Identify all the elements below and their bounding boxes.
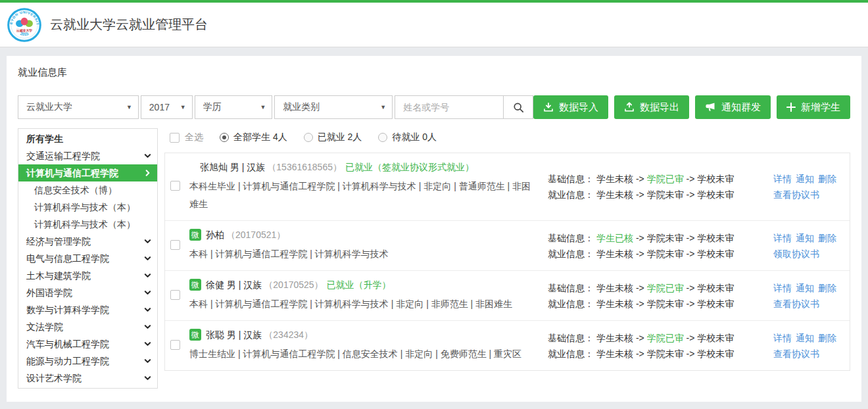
status-step: 学校未审 <box>697 333 734 343</box>
row-checkbox[interactable] <box>170 181 180 191</box>
sidebar-item[interactable]: 交通运输工程学院 <box>18 147 157 164</box>
agreement-link[interactable]: 查看协议书 <box>773 299 819 309</box>
action-link[interactable]: 通知 <box>796 174 814 184</box>
sidebar-item[interactable]: 经济与管理学院 <box>18 233 157 250</box>
status-step: 学生未核 <box>596 283 633 293</box>
main-panel: 就业信息库 云就业大学 ▼ 2017 ▼ 学历 ▼ 就业类别 ▼ <box>7 56 861 402</box>
status-step: 学校未审 <box>697 349 734 359</box>
student-row: 微 孙柏 （20170521） 本科 | 计算机与通信工程学院 | 计算机科学与… <box>165 220 850 270</box>
radio-pending-label: 待就业 0人 <box>392 132 437 143</box>
row-checkbox[interactable] <box>170 240 180 250</box>
action-link[interactable]: 通知 <box>796 283 814 293</box>
action-link[interactable]: 详情 <box>773 333 792 343</box>
sidebar-item[interactable]: 能源与动力工程学院 <box>18 352 157 370</box>
sidebar-item-label: 所有学生 <box>26 133 63 144</box>
action-link[interactable]: 详情 <box>773 283 792 293</box>
add-student-label: 新增学生 <box>801 101 840 114</box>
degree-select-value: 学历 <box>203 101 222 113</box>
action-link[interactable]: 通知 <box>796 333 814 343</box>
chevron-down-icon[interactable] <box>144 324 151 331</box>
sidebar-item-label: 数学与计算科学学院 <box>26 304 109 315</box>
radio-option[interactable]: 待就业 0人 <box>378 132 437 143</box>
sidebar-item[interactable]: 计算机与通信工程学院 <box>18 164 157 181</box>
sidebar-item[interactable]: 外国语学院 <box>18 284 157 301</box>
status-step: 学院已审 <box>647 283 684 293</box>
toolbar: 数据导入 数据导出 通知群发 <box>533 95 850 119</box>
school-select[interactable]: 云就业大学 ▼ <box>18 95 139 119</box>
data-import-button[interactable]: 数据导入 <box>533 95 608 119</box>
filter-row: 云就业大学 ▼ 2017 ▼ 学历 ▼ 就业类别 ▼ <box>18 95 850 119</box>
sidebar-item[interactable]: 文法学院 <box>18 318 157 335</box>
notify-broadcast-button[interactable]: 通知群发 <box>695 95 771 119</box>
sidebar-item[interactable]: 电气与信息工程学院 <box>18 250 157 267</box>
action-link[interactable]: 详情 <box>773 233 792 243</box>
job-status-line: 就业信息：学生未核 -> 学院未审 -> 学校未审 <box>548 296 773 312</box>
search-input[interactable] <box>395 95 504 119</box>
radio-employed-label: 已就业 2人 <box>318 132 362 143</box>
action-link[interactable]: 删除 <box>818 233 836 243</box>
chevron-down-icon[interactable] <box>144 375 151 382</box>
status-step: 学院未审 <box>647 189 684 200</box>
student-row: 微 张聪 男 | 汉族 （234234） 博士生结业 | 计算机与通信工程学院 … <box>165 320 850 370</box>
search-button[interactable] <box>503 95 533 119</box>
year-select[interactable]: 2017 ▼ <box>141 95 193 119</box>
action-link[interactable]: 通知 <box>796 233 814 243</box>
status-step: 学生未核 <box>596 333 633 343</box>
sidebar-item[interactable]: 信息安全技术（博） <box>18 181 157 199</box>
sidebar-item-label: 电气与信息工程学院 <box>26 253 109 264</box>
row-checkbox[interactable] <box>170 290 180 300</box>
agreement-link[interactable]: 查看协议书 <box>773 349 819 359</box>
sidebar-item[interactable]: 数学与计算科学学院 <box>18 301 157 318</box>
wechat-badge-icon: 微 <box>189 279 201 291</box>
student-code: （15361618565） <box>267 160 342 174</box>
status-label: 就业信息： <box>548 299 594 309</box>
sidebar-item-label: 经济与管理学院 <box>26 236 91 247</box>
employ-status: 已就业（签就业协议形式就业） <box>345 160 474 174</box>
action-link[interactable]: 删除 <box>818 174 836 184</box>
select-all-checkbox[interactable] <box>170 133 180 143</box>
app-title: 云就业大学云就业管理平台 <box>50 16 208 34</box>
status-step: 学院未审 <box>647 233 684 243</box>
sidebar-item[interactable]: 计算机科学与技术（本） <box>18 216 157 233</box>
sidebar-item[interactable]: 设计艺术学院 <box>18 370 157 387</box>
sidebar-item[interactable]: 汽车与机械工程学院 <box>18 335 157 352</box>
status-flow: 学生未核 -> 学院未审 -> 学校未审 <box>596 249 734 259</box>
action-link[interactable]: 删除 <box>818 283 836 293</box>
status-flow: 学生未核 -> 学院已审 -> 学校未审 <box>596 333 734 343</box>
status-flow: 学生未核 -> 学院未审 -> 学校未审 <box>596 299 734 309</box>
status-flow: 学生未核 -> 学院已审 -> 学校未审 <box>596 283 734 293</box>
sidebar-item[interactable]: 计算机科学与技术（本） <box>18 199 157 216</box>
chevron-down-icon[interactable] <box>144 341 151 348</box>
row-checkbox[interactable] <box>170 340 180 350</box>
radio-icon <box>220 133 229 142</box>
basic-status-line: 基础信息：学生未核 -> 学院已审 -> 学校未审 <box>548 330 773 346</box>
employment-category-select[interactable]: 就业类别 ▼ <box>274 95 393 119</box>
chevron-right-icon[interactable] <box>144 170 151 177</box>
chevron-down-icon[interactable] <box>144 238 151 245</box>
action-link[interactable]: 删除 <box>818 333 836 343</box>
select-all-label: 全选 <box>185 132 203 143</box>
degree-select[interactable]: 学历 ▼ <box>195 95 273 119</box>
chevron-down-icon[interactable] <box>144 289 151 297</box>
data-export-button[interactable]: 数据导出 <box>614 95 689 119</box>
student-list: 张旭灿 男 | 汉族 （15361618565） 已就业（签就业协议形式就业） … <box>164 153 850 371</box>
status-flow: 学生已核 -> 学院未审 -> 学校未审 <box>596 233 734 243</box>
chevron-down-icon[interactable] <box>144 358 151 365</box>
chevron-down-icon[interactable] <box>144 272 151 279</box>
sidebar-item[interactable]: 土木与建筑学院 <box>18 267 157 284</box>
agreement-link[interactable]: 查看协议书 <box>773 189 819 200</box>
chevron-down-icon[interactable] <box>144 255 151 262</box>
add-student-button[interactable]: 新增学生 <box>777 95 850 119</box>
action-link[interactable]: 详情 <box>773 174 792 184</box>
chevron-down-icon[interactable] <box>144 306 151 314</box>
radio-icon <box>304 133 313 142</box>
sidebar-item[interactable]: 所有学生 <box>18 130 157 147</box>
school-select-value: 云就业大学 <box>26 101 72 113</box>
sidebar-item-label: 汽车与机械工程学院 <box>26 339 109 349</box>
agreement-link[interactable]: 领取协议书 <box>773 249 819 259</box>
status-step: 学生未核 <box>596 299 633 309</box>
radio-option[interactable]: 全部学生 4人 <box>220 132 287 143</box>
chevron-down-icon[interactable] <box>144 153 151 160</box>
radio-option[interactable]: 已就业 2人 <box>304 132 362 143</box>
student-code: （20170521） <box>226 228 285 241</box>
